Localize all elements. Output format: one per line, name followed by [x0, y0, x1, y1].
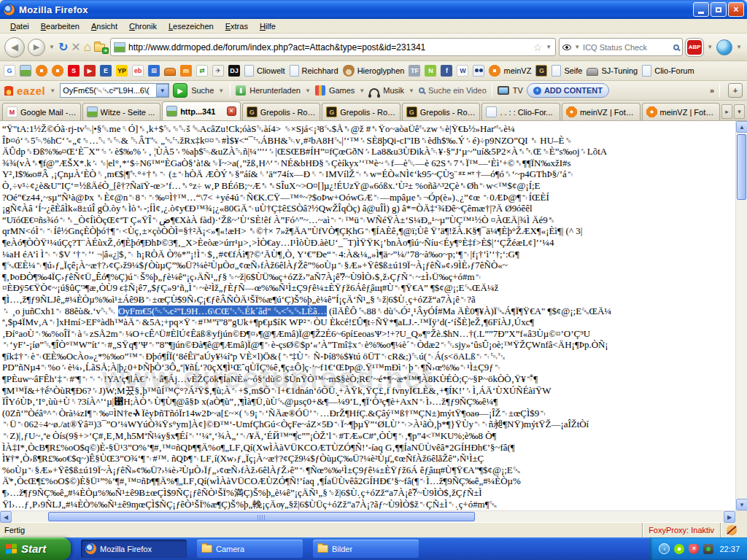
eazel-search-input[interactable] — [61, 86, 156, 95]
tab-6[interactable]: GGrepolis - Roy... — [402, 103, 481, 120]
bookmark-item[interactable]: S — [68, 65, 80, 77]
adblock-dropdown-icon[interactable]: ▼ — [706, 44, 713, 50]
tab-8[interactable]: meinVZ | Foto... — [562, 103, 640, 120]
stop-button[interactable]: ✕ — [71, 40, 80, 54]
foxyproxy-icon[interactable] — [716, 39, 732, 55]
menu-item-ansicht[interactable]: Ansicht — [85, 20, 123, 32]
search-input[interactable] — [583, 43, 671, 52]
tab-close-icon[interactable]: × — [227, 106, 236, 116]
bookmark-star-icon[interactable]: ☆ — [533, 42, 543, 53]
download-dropdown-icon[interactable]: ▼ — [304, 88, 311, 94]
bookmark-clio-forum[interactable]: Clio-Forum — [642, 65, 694, 77]
tab-9[interactable]: meinVZ | Foto... — [642, 103, 721, 120]
eazel-search-dropdown-icon[interactable]: ▼ — [217, 88, 225, 94]
menu-item-lesezeichen[interactable]: Lesezeichen — [163, 20, 220, 32]
bookmark-reichhard[interactable]: Reichhard — [290, 65, 338, 77]
search-engine-dropdown-icon[interactable]: ▼ — [573, 44, 581, 50]
search-icon[interactable] — [673, 44, 679, 50]
eazel-go-button[interactable]: ▶ — [173, 83, 187, 98]
download-icon[interactable]: ⬇ — [236, 85, 246, 96]
bookmark-sj-tuning[interactable]: SJ-Tuning — [587, 66, 638, 76]
bookmark-item[interactable] — [36, 65, 47, 77]
bookmark-item[interactable]: E — [100, 65, 112, 77]
bookmark-item[interactable] — [473, 65, 484, 77]
horizontal-scroll-thumb[interactable] — [48, 512, 475, 521]
tv-label[interactable]: TV — [513, 86, 523, 95]
task-button-bilder[interactable]: Bilder — [313, 540, 419, 558]
menu-item-datei[interactable]: Datei — [4, 20, 35, 32]
bookmark-item[interactable]: ⊞ — [148, 65, 160, 77]
menu-item-hilfe[interactable]: Hilfe — [254, 20, 282, 32]
bookmark-item[interactable] — [52, 65, 63, 77]
eazel-search-label[interactable]: Suche — [191, 86, 214, 95]
tab-scroll-left-icon[interactable]: ▸ — [721, 104, 732, 119]
menu-item-bearbeiten[interactable]: Bearbeiten — [35, 20, 85, 32]
reload-button[interactable]: ↻ — [58, 40, 68, 54]
search-box[interactable]: ▼ — [559, 38, 683, 56]
url-dropdown-icon[interactable]: ▼ — [545, 44, 552, 50]
download-label[interactable]: Herunterladen — [249, 86, 301, 95]
foxyproxy-dropdown-icon[interactable]: ▼ — [735, 44, 743, 50]
bookmark-item[interactable]: N — [425, 65, 436, 77]
bookmark-item[interactable]: TF — [409, 65, 420, 77]
new-folder-icon[interactable]: + — [94, 42, 107, 52]
games-label[interactable]: Games — [329, 86, 355, 95]
foxyproxy-status[interactable]: FoxyProxy: Inaktiv — [649, 526, 714, 534]
bookmark-hieroglyphen[interactable]: Hieroglyphen — [343, 65, 405, 77]
bookmark-item[interactable]: ⇄ — [196, 65, 208, 77]
games-dropdown-icon[interactable]: ▼ — [358, 88, 365, 94]
bookmark-item[interactable] — [20, 65, 31, 77]
bookmark-item[interactable]: ✈ — [212, 65, 224, 77]
home-button[interactable]: ⌂ — [84, 40, 91, 55]
garbled-binary-text[interactable]: www.directupload.net “Ÿ"tA:1½Ž©Óã·rj-tv␄… — [0, 121, 735, 510]
bookmark-item[interactable]: DJ — [228, 65, 240, 77]
games-icon[interactable] — [315, 85, 325, 96]
bookmark-item[interactable]: YP — [116, 65, 128, 77]
close-button[interactable]: × — [728, 2, 744, 17]
minimize-button[interactable] — [693, 2, 709, 17]
menu-item-extras[interactable]: Extras — [220, 20, 254, 32]
bookmark-cliowelt[interactable]: Cliowelt — [244, 65, 285, 77]
music-label[interactable]: Musik — [383, 86, 404, 95]
hide-icons-chevron-icon[interactable]: ‹ — [659, 543, 670, 554]
tab-3[interactable]: http...341× — [162, 101, 241, 120]
adblock-plus-icon[interactable]: ABP — [686, 39, 703, 56]
scroll-left-icon[interactable]: ◀ — [0, 511, 12, 523]
video-search-label[interactable]: Suche ein Video — [428, 86, 487, 95]
eazel-dropdown-icon[interactable]: ▼ — [49, 88, 56, 94]
vertical-scrollbar[interactable]: ▲ ▼ — [735, 121, 747, 510]
bookmark-item[interactable]: m — [180, 65, 192, 77]
add-content-button[interactable]: + ADD CONTENT — [527, 83, 609, 98]
scroll-up-icon[interactable]: ▲ — [736, 121, 747, 133]
security-shield-icon[interactable]: × — [689, 544, 699, 554]
back-button[interactable]: ◀ — [4, 37, 25, 58]
tab-4[interactable]: GGrepolis - Roy... — [242, 103, 321, 120]
foxyproxy-disabled-icon[interactable] — [727, 525, 737, 535]
url-input[interactable] — [128, 42, 530, 52]
music-icon[interactable] — [369, 88, 379, 96]
music-dropdown-icon[interactable]: ▼ — [408, 88, 415, 94]
tab-2[interactable]: Witze - Seite ... — [82, 103, 161, 120]
scroll-right-icon[interactable]: ▶ — [724, 511, 735, 523]
eazel-search-field[interactable]: ▼ — [60, 83, 169, 98]
bookmark-item[interactable]: f — [441, 65, 452, 77]
restore-button[interactable] — [711, 2, 727, 17]
video-search-icon[interactable] — [419, 88, 425, 93]
horizontal-scrollbar[interactable]: ◀ ▶ — [0, 510, 747, 522]
tv-icon[interactable] — [498, 86, 509, 95]
url-bar[interactable]: ☆ ▼ — [110, 38, 556, 56]
tab-1[interactable]: MGoogle Mail - ... — [2, 103, 81, 120]
tab-7[interactable]: . . : : Clio-For... — [481, 103, 560, 120]
start-button[interactable]: Start — [0, 537, 71, 560]
menu-item-chronik[interactable]: Chronik — [123, 20, 163, 32]
camera-tray-icon[interactable] — [703, 544, 713, 554]
scroll-down-icon[interactable]: ▼ — [736, 499, 747, 510]
bookmark-item[interactable]: W — [457, 65, 468, 77]
task-button-mozilla-firefox[interactable]: Mozilla Firefox — [81, 540, 187, 558]
bookmark-item[interactable]: eb — [132, 65, 144, 77]
search-engine-icon[interactable] — [562, 44, 571, 50]
bookmark-seife[interactable]: Seife — [551, 65, 582, 77]
toolbar-overflow-chevron[interactable]: » — [710, 86, 714, 95]
forward-button[interactable]: ▶ — [28, 39, 45, 56]
tab-5[interactable]: GGrepolis - Roy... — [322, 103, 400, 120]
